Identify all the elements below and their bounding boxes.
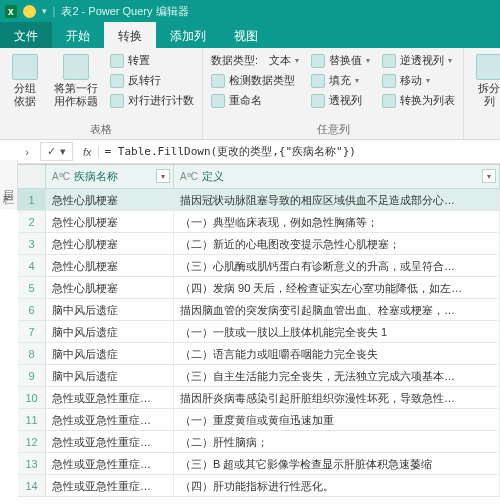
table-row[interactable]: 1急性心肌梗塞描因冠状动脉阻塞导致的相应区域供血不足造成部分心…: [18, 189, 500, 211]
tolist-button[interactable]: 转换为列表: [380, 92, 457, 109]
move-button[interactable]: 移动▾: [380, 72, 457, 89]
use-first-row-button[interactable]: 将第一行 用作标题: [52, 52, 100, 110]
table-row[interactable]: 5急性心肌梗塞（四）发病 90 天后，经检查证实左心室功能降低，如左…: [18, 277, 500, 299]
split-col-button[interactable]: 拆分 列: [470, 52, 500, 110]
reverse-rows-button[interactable]: 反转行: [108, 72, 196, 89]
menu-transform[interactable]: 转换: [104, 22, 156, 48]
fill-button[interactable]: 填充▾: [309, 72, 372, 89]
replace-value-button[interactable]: 替换值▾: [309, 52, 372, 69]
grid-corner[interactable]: [18, 165, 46, 188]
cell-name[interactable]: 急性或亚急性重症…: [46, 453, 174, 474]
datatype-button[interactable]: 数据类型: 文本▾: [209, 52, 301, 69]
row-header[interactable]: 7: [18, 321, 46, 342]
table-row[interactable]: 10急性或亚急性重症…描因肝炎病毒感染引起肝脏组织弥漫性坏死，导致急性…: [18, 387, 500, 409]
row-header[interactable]: 1: [18, 189, 46, 210]
detect-icon: [211, 74, 225, 88]
groupby-icon: [12, 54, 38, 80]
filter-dropdown-icon[interactable]: ▾: [156, 169, 170, 183]
unpivot-button[interactable]: 逆透视列▾: [380, 52, 457, 69]
table-row[interactable]: 8脑中风后遗症（二）语言能力或咀嚼吞咽能力完全丧失: [18, 343, 500, 365]
table-row[interactable]: 2急性心肌梗塞（一）典型临床表现，例如急性胸痛等；: [18, 211, 500, 233]
row-header[interactable]: 14: [18, 475, 46, 496]
rename-button[interactable]: 重命名: [209, 92, 301, 109]
row-header[interactable]: 12: [18, 431, 46, 452]
qat-dropdown-icon[interactable]: ▾: [42, 6, 47, 16]
row-header[interactable]: 2: [18, 211, 46, 232]
table-row[interactable]: 9脑中风后遗症（三）自主生活能力完全丧失，无法独立完成六项基本…: [18, 365, 500, 387]
table-row[interactable]: 12急性或亚急性重症…（二）肝性脑病；: [18, 431, 500, 453]
row-header[interactable]: 13: [18, 453, 46, 474]
cell-def[interactable]: （四）肝功能指标进行性恶化。: [174, 475, 500, 496]
cell-def[interactable]: （一）一肢或一肢以上肢体机能完全丧失 1: [174, 321, 500, 342]
table-row[interactable]: 13急性或亚急性重症…（三）B 超或其它影像学检查显示肝脏体积急速萎缩: [18, 453, 500, 475]
table-row[interactable]: 4急性心肌梗塞（三）心肌酶或肌钙蛋白有诊断意义的升高，或呈符合…: [18, 255, 500, 277]
side-panel-label[interactable]: 层栏: [0, 160, 18, 210]
cell-name[interactable]: 脑中风后遗症: [46, 365, 174, 386]
row-header[interactable]: 9: [18, 365, 46, 386]
cell-name[interactable]: 脑中风后遗症: [46, 343, 174, 364]
table-row[interactable]: 11急性或亚急性重症…（一）重度黄疸或黄疸迅速加重: [18, 409, 500, 431]
cell-def[interactable]: （四）发病 90 天后，经检查证实左心室功能降低，如左…: [174, 277, 500, 298]
group-by-button[interactable]: 分组 依据: [6, 52, 44, 110]
rename-icon: [211, 94, 225, 108]
cell-name[interactable]: 急性心肌梗塞: [46, 277, 174, 298]
reverse-icon: [110, 74, 124, 88]
cell-def[interactable]: （一）重度黄疸或黄疸迅速加重: [174, 409, 500, 430]
menu-start[interactable]: 开始: [52, 22, 104, 48]
cell-name[interactable]: 急性或亚急性重症…: [46, 475, 174, 496]
row-header[interactable]: 8: [18, 343, 46, 364]
menu-view[interactable]: 视图: [220, 22, 272, 48]
menu-file[interactable]: 文件: [0, 22, 52, 48]
fx-label: fx: [77, 146, 99, 158]
cell-def[interactable]: （三）自主生活能力完全丧失，无法独立完成六项基本…: [174, 365, 500, 386]
formula-bar: › ✓▾ fx = Table.FillDown(更改的类型,{"疾病名称"}): [18, 140, 500, 164]
group-caption-anycol: 任意列: [209, 120, 457, 137]
replace-icon: [311, 54, 325, 68]
cell-def[interactable]: （二）新近的心电图改变提示急性心肌梗塞；: [174, 233, 500, 254]
table-row[interactable]: 3急性心肌梗塞（二）新近的心电图改变提示急性心肌梗塞；: [18, 233, 500, 255]
count-icon: [110, 94, 124, 108]
row-header[interactable]: 10: [18, 387, 46, 408]
menu-addcolumn[interactable]: 添加列: [156, 22, 220, 48]
detect-type-button[interactable]: 检测数据类型: [209, 72, 301, 89]
col-header-def[interactable]: AᴮC 定义 ▾: [174, 165, 500, 188]
cell-name[interactable]: 急性心肌梗塞: [46, 255, 174, 276]
row-header[interactable]: 3: [18, 233, 46, 254]
cell-def[interactable]: （一）典型临床表现，例如急性胸痛等；: [174, 211, 500, 232]
title-bar: x ▾ | 表2 - Power Query 编辑器: [0, 0, 500, 22]
pivot-button[interactable]: 透视列: [309, 92, 372, 109]
ribbon-group-split: 拆分 列 格 式: [464, 48, 500, 139]
table-row[interactable]: 14急性或亚急性重症…（四）肝功能指标进行性恶化。: [18, 475, 500, 497]
cell-def[interactable]: （二）语言能力或咀嚼吞咽能力完全丧失: [174, 343, 500, 364]
cell-def[interactable]: 描因冠状动脉阻塞导致的相应区域供血不足造成部分心…: [174, 189, 500, 210]
transpose-icon: [110, 54, 124, 68]
table-row[interactable]: 6脑中风后遗症描因脑血管的突发病变引起脑血管出血、栓塞或梗塞，…: [18, 299, 500, 321]
cell-name[interactable]: 急性或亚急性重症…: [46, 387, 174, 408]
row-header[interactable]: 6: [18, 299, 46, 320]
cell-name[interactable]: 急性心肌梗塞: [46, 211, 174, 232]
row-header[interactable]: 11: [18, 409, 46, 430]
formula-text[interactable]: = Table.FillDown(更改的类型,{"疾病名称"}): [105, 144, 500, 159]
menu-bar: 文件 开始 转换 添加列 视图: [0, 22, 500, 48]
move-icon: [382, 74, 396, 88]
cell-def[interactable]: 描因脑血管的突发病变引起脑血管出血、栓塞或梗塞，…: [174, 299, 500, 320]
filter-dropdown-icon[interactable]: ▾: [482, 169, 496, 183]
nav-chevron-icon[interactable]: ›: [18, 146, 36, 158]
table-row[interactable]: 7脑中风后遗症（一）一肢或一肢以上肢体机能完全丧失 1: [18, 321, 500, 343]
cell-name[interactable]: 急性心肌梗塞: [46, 233, 174, 254]
cell-def[interactable]: （二）肝性脑病；: [174, 431, 500, 452]
cell-name[interactable]: 急性或亚急性重症…: [46, 409, 174, 430]
cell-name[interactable]: 急性心肌梗塞: [46, 189, 174, 210]
cell-name[interactable]: 脑中风后遗症: [46, 321, 174, 342]
cell-name[interactable]: 脑中风后遗症: [46, 299, 174, 320]
transpose-button[interactable]: 转置: [108, 52, 196, 69]
cell-def[interactable]: 描因肝炎病毒感染引起肝脏组织弥漫性坏死，导致急性…: [174, 387, 500, 408]
cell-def[interactable]: （三）B 超或其它影像学检查显示肝脏体积急速萎缩: [174, 453, 500, 474]
accept-button[interactable]: ✓▾: [40, 142, 73, 161]
row-header[interactable]: 4: [18, 255, 46, 276]
cell-def[interactable]: （三）心肌酶或肌钙蛋白有诊断意义的升高，或呈符合…: [174, 255, 500, 276]
cell-name[interactable]: 急性或亚急性重症…: [46, 431, 174, 452]
col-header-name[interactable]: AᴮC 疾病名称 ▾: [46, 165, 174, 188]
row-header[interactable]: 5: [18, 277, 46, 298]
count-rows-button[interactable]: 对行进行计数: [108, 92, 196, 109]
